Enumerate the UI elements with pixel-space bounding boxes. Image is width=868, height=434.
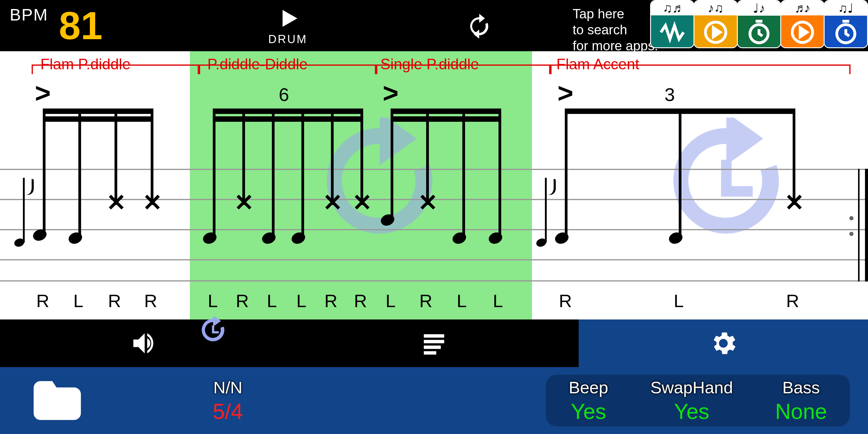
sticking-letter: R	[417, 290, 435, 311]
svg-rect-6	[424, 346, 441, 349]
sticking-letter: L	[293, 290, 310, 311]
folder-icon	[32, 379, 83, 422]
option-value: 5/4	[213, 399, 243, 424]
speaker-icon	[130, 328, 160, 358]
staff-line	[0, 169, 868, 170]
option-label: SwapHand	[650, 378, 733, 397]
sticking-letter: R	[322, 290, 340, 311]
app-icon[interactable]: ♩♪	[737, 0, 781, 48]
accent-mark: >	[558, 78, 574, 109]
more-apps-line: to search	[572, 22, 658, 38]
svg-rect-4	[424, 334, 444, 338]
option-value: Yes	[571, 399, 606, 424]
bg-loop-icon	[316, 118, 443, 244]
more-apps-prompt[interactable]: Tap here to search for more apps!	[572, 6, 658, 54]
app-icon[interactable]: ♪♫	[693, 0, 738, 48]
loop-icon	[466, 13, 493, 40]
accent-mark: >	[35, 78, 51, 109]
tab-list[interactable]	[289, 319, 579, 367]
app-icons-tray: ♫♬♪♫♩♪♬♪♫♩	[651, 0, 868, 48]
bpm-label: BPM	[10, 5, 48, 24]
play-label: DRUM	[268, 33, 307, 46]
option-value: None	[775, 399, 827, 424]
tuplet-number: 3	[664, 84, 675, 105]
segment-label: P.diddle-Diddle	[207, 56, 308, 73]
tuplet-number: 6	[279, 84, 289, 105]
sticking-letter: R	[784, 290, 801, 311]
accent-mark: >	[383, 78, 399, 109]
tab-settings[interactable]	[579, 319, 868, 367]
app-icon[interactable]: ♫♬	[650, 0, 694, 48]
sticking-letter: R	[142, 290, 159, 311]
option-label: N/N	[213, 378, 242, 397]
svg-rect-7	[424, 351, 436, 354]
more-apps-line: Tap here	[572, 6, 658, 22]
option-bass[interactable]: Bass None	[763, 375, 839, 427]
sticking-letter: R	[34, 290, 52, 311]
play-button[interactable]: DRUM	[268, 6, 307, 46]
option-beep[interactable]: Beep Yes	[557, 375, 620, 427]
sticking-letter: L	[263, 290, 281, 311]
tab-bar	[0, 319, 868, 367]
staff-line	[0, 229, 868, 230]
option-time-signature[interactable]: N/N 5/4	[199, 375, 257, 427]
segment-label: Flam Accent	[556, 56, 639, 73]
sticking-letter: R	[106, 290, 123, 311]
sticking-letter: R	[352, 290, 369, 311]
end-barline	[856, 169, 868, 281]
option-value: Yes	[674, 399, 709, 424]
svg-rect-5	[424, 340, 444, 343]
staff-line	[0, 259, 868, 260]
bpm-value: 81	[59, 6, 102, 45]
list-icon	[421, 330, 447, 357]
segment-label: Flam P.diddle	[40, 56, 130, 73]
sticking-letter: L	[70, 290, 87, 311]
tab-sound[interactable]	[0, 319, 289, 367]
app-icon[interactable]: ♬♪	[780, 0, 825, 48]
loop-button[interactable]	[466, 13, 493, 41]
settings-bar: N/N 5/4 Beep Yes SwapHand Yes Bass None	[0, 367, 868, 434]
sticking-letter: L	[382, 290, 399, 311]
sticking-letter: R	[234, 290, 251, 311]
options-capsule: Beep Yes SwapHand Yes Bass None	[546, 375, 850, 427]
top-bar: BPM 81 DRUM Tap here to search for more …	[0, 0, 868, 51]
bg-clock-loop-icon	[663, 118, 789, 244]
sticking-letter: L	[670, 290, 687, 311]
sheet-area[interactable]: Flam P.diddleP.diddle-DiddleSingle P.did…	[0, 51, 868, 319]
app-icon[interactable]: ♫♩	[824, 0, 868, 48]
folder-button[interactable]	[18, 379, 96, 422]
staff-line	[0, 280, 868, 281]
option-label: Bass	[782, 378, 820, 397]
segment-label: Single P.diddle	[380, 56, 479, 73]
small-loop-icon[interactable]	[199, 316, 227, 344]
gear-icon	[708, 328, 738, 358]
bpm-block[interactable]: BPM 81	[0, 6, 102, 45]
sticking-letter: L	[489, 290, 507, 311]
play-icon	[275, 6, 301, 31]
sticking-letter: L	[453, 290, 470, 311]
sticking-letter: L	[204, 290, 221, 311]
option-swaphand[interactable]: SwapHand Yes	[638, 375, 745, 427]
sticking-letter: R	[557, 290, 574, 311]
option-label: Beep	[569, 378, 608, 397]
